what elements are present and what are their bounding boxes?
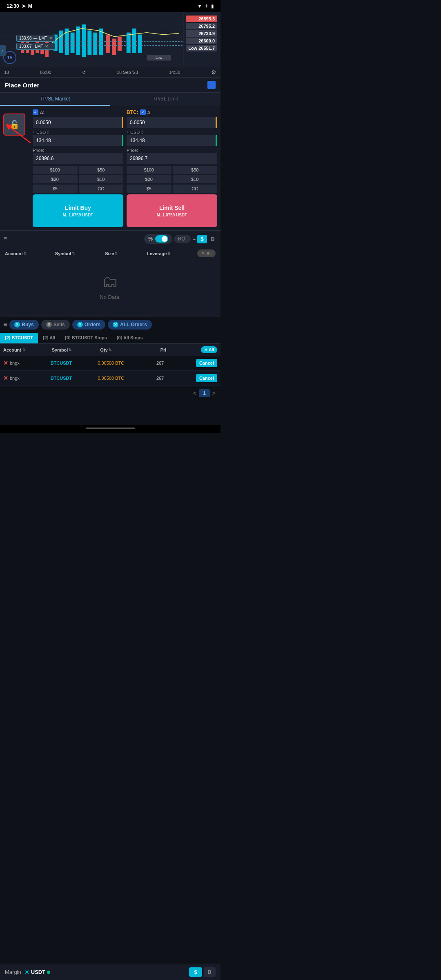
- sell-checkbox[interactable]: ✓: [140, 109, 146, 115]
- sell-usdt-bar: [216, 135, 217, 146]
- tab-tpsl-limit[interactable]: TP/SL Limit: [110, 93, 220, 106]
- home-indicator: [0, 425, 220, 433]
- symbol-tab-all[interactable]: [2] All: [38, 333, 60, 343]
- buy-quick-10[interactable]: $10: [79, 175, 124, 183]
- orders-filter-btn[interactable]: ✕ Orders: [72, 320, 105, 330]
- buy-quick-cc[interactable]: CC: [79, 185, 124, 193]
- symbol-tab-btcusdt[interactable]: [2] BTCUSDT: [0, 333, 38, 343]
- page-current[interactable]: 1: [199, 389, 210, 397]
- buys-filter-btn[interactable]: ✕ Buys: [9, 320, 38, 330]
- lmt1-label: LMT: [39, 36, 47, 40]
- sort-symbol[interactable]: ⇅: [72, 252, 75, 256]
- symbol-tab-btcusdt-stops[interactable]: [0] BTCUSDT Stops: [60, 333, 112, 343]
- order-form-grid: 🔓 ✓ Δ: 0.0050 ≈ USDT: 134.48: [3, 109, 217, 227]
- sell-quick-10[interactable]: $10: [173, 175, 218, 183]
- sell-quick-50[interactable]: $50: [173, 166, 218, 174]
- order-2-x[interactable]: ✕: [3, 375, 8, 381]
- buy-usdt-bar: [122, 135, 123, 146]
- buy-column: ✓ Δ: 0.0050 ≈ USDT: 134.48 Price: 26896.…: [33, 109, 123, 227]
- svg-rect-14: [71, 33, 75, 53]
- orders-sort-qty[interactable]: ⇅: [109, 348, 112, 352]
- order-2-price: 267: [156, 376, 194, 381]
- sell-quick-btns: $100 $50 $20 $10 $5 CC: [127, 166, 217, 193]
- orders-hamburger[interactable]: ≡: [3, 321, 7, 328]
- buy-checkbox[interactable]: ✓: [33, 109, 38, 115]
- lmt1-close[interactable]: ✕: [49, 36, 52, 40]
- date-label-2: 06:00: [40, 70, 51, 75]
- svg-rect-16: [82, 24, 86, 57]
- lmt2-close[interactable]: ✕: [45, 44, 48, 49]
- buy-delta-check: ✓ Δ:: [33, 109, 123, 115]
- sell-delta-label: Δ:: [147, 110, 151, 115]
- buy-quick-20[interactable]: $20: [33, 175, 78, 183]
- orders-sort-symbol[interactable]: ⇅: [69, 348, 72, 352]
- eq-sign: =: [192, 236, 196, 242]
- toggle-switch[interactable]: [155, 235, 168, 243]
- sell-price-input[interactable]: 26896.7: [127, 153, 217, 164]
- cancel-all-x: ✕: [204, 347, 207, 352]
- home-bar: [86, 428, 135, 429]
- page-next[interactable]: >: [212, 390, 216, 396]
- collapse-arrow[interactable]: ‹: [0, 45, 6, 56]
- orders-col-price: Pri: [160, 347, 200, 352]
- buy-quick-100[interactable]: $100: [33, 166, 78, 174]
- sell-column: BTC: ✓ Δ: 0.0050 ≈ USDT: 134.48 Price:: [127, 109, 217, 227]
- date-label-4: 14:30: [169, 70, 180, 75]
- hamburger-menu[interactable]: ≡: [3, 235, 7, 243]
- order-2-qty: 0.00500 BTC: [98, 376, 155, 381]
- tab-tpsl-market[interactable]: TP/SL Market: [0, 93, 110, 106]
- order-row-1: ✕ bngx BTCUSDT 0.00500 BTC 267 Cancel: [0, 356, 220, 371]
- sell-quick-100[interactable]: $100: [127, 166, 172, 174]
- order-1-qty: 0.00500 BTC: [98, 361, 155, 365]
- date-label-1: 18: [4, 70, 9, 75]
- sort-account[interactable]: ⇅: [24, 252, 27, 256]
- buy-usdt-label: ≈ USDT:: [33, 130, 123, 135]
- buy-usdt-input[interactable]: 134.48: [33, 135, 123, 146]
- positions-all-btn[interactable]: ✕ All: [197, 249, 216, 257]
- order-2-cancel-btn[interactable]: Cancel: [196, 374, 217, 382]
- percent-toggle[interactable]: %: [144, 234, 172, 244]
- limit-sell-button[interactable]: Limit Sell M. 1.0759 USDT: [127, 194, 217, 227]
- buy-price-input[interactable]: 26896.6: [33, 153, 123, 164]
- chart-area: Low 133.98 — LMT ✕ 133.67 LMT ✕ 26895.3 …: [0, 12, 220, 78]
- lmt-tags: 133.98 — LMT ✕ 133.67 LMT ✕: [16, 35, 55, 51]
- dollar-currency-btn[interactable]: $: [197, 235, 207, 243]
- sells-filter-btn[interactable]: ✕ Sells: [41, 320, 70, 330]
- sell-qty-wrap: 0.0050: [127, 117, 217, 128]
- sell-qty-input[interactable]: 0.0050: [127, 117, 217, 128]
- settings-icon[interactable]: ⚙: [211, 69, 216, 76]
- orders-sort-account[interactable]: ⇅: [22, 348, 25, 352]
- buy-quick-5[interactable]: $5: [33, 185, 78, 193]
- toggle-group: % ROI = $ B: [144, 234, 217, 244]
- buy-qty-input[interactable]: 0.0050: [33, 117, 123, 128]
- date-label-3: 18 Sep '23: [117, 70, 138, 75]
- place-order-toggle[interactable]: [207, 81, 216, 89]
- positions-table-header: Account ⇅ Symbol ⇅ Size ⇅ Leverage ⇅ ✕ A…: [3, 247, 217, 260]
- buy-quick-50[interactable]: $50: [79, 166, 124, 174]
- symbol-tab-all-stops[interactable]: [0] All Stops: [112, 333, 148, 343]
- cancel-all-btn[interactable]: ✕ All: [201, 346, 217, 353]
- order-row-2: ✕ bngx BTCUSDT 0.00500 BTC 267 Cancel: [0, 371, 220, 386]
- buys-close-x: ✕: [14, 322, 20, 327]
- roi-toggle[interactable]: ROI: [174, 235, 191, 243]
- sell-quick-cc[interactable]: CC: [173, 185, 218, 193]
- order-1-x[interactable]: ✕: [3, 360, 8, 366]
- refresh-btn[interactable]: ↺: [82, 70, 86, 75]
- wifi-icon: ▼: [197, 3, 202, 9]
- lock-button[interactable]: 🔓: [3, 114, 25, 136]
- page-prev[interactable]: <: [193, 390, 196, 396]
- sort-leverage[interactable]: ⇅: [167, 252, 171, 256]
- limit-buy-button[interactable]: Limit Buy M. 1.0759 USDT: [33, 194, 123, 227]
- order-1-cancel-btn[interactable]: Cancel: [196, 359, 217, 367]
- btc-currency-btn[interactable]: B: [209, 235, 217, 243]
- sell-usdt-input[interactable]: 134.48: [127, 135, 217, 146]
- battery-icon: ▮: [211, 3, 214, 9]
- sell-quick-5[interactable]: $5: [127, 185, 172, 193]
- sell-quick-20[interactable]: $20: [127, 175, 172, 183]
- all-orders-filter-btn[interactable]: ✕ ALL Orders: [108, 320, 152, 330]
- svg-rect-22: [118, 37, 122, 51]
- sort-size[interactable]: ⇅: [115, 252, 118, 256]
- price-low: Low 26551.7: [186, 45, 217, 51]
- sell-btc-label: BTC:: [127, 109, 138, 115]
- svg-text:Low: Low: [156, 56, 163, 60]
